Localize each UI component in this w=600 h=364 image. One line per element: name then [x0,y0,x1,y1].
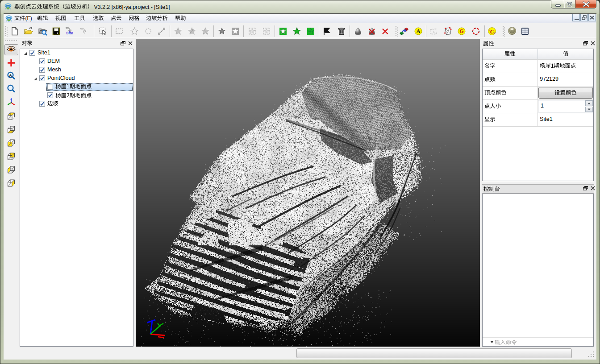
svg-text:Site: Site [66,31,73,35]
svg-text:2: 2 [494,31,496,35]
svg-text:A: A [9,73,12,78]
svg-text:A: A [417,28,421,34]
svg-text:G: G [459,28,463,34]
